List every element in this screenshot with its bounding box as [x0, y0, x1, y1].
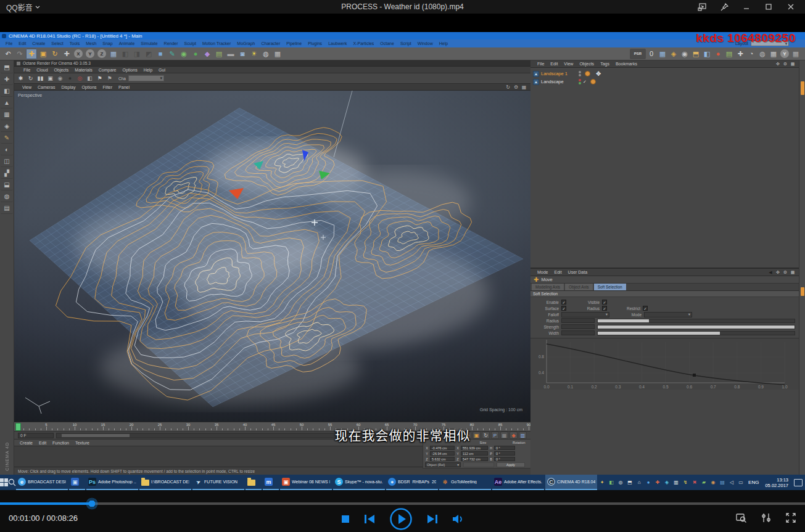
object-manager-menu-file[interactable]: File	[534, 62, 547, 66]
add-pen-icon[interactable]: ✎	[167, 49, 178, 59]
octane-settings-icon[interactable]: ✱	[16, 74, 25, 83]
minimize-button[interactable]	[737, 1, 756, 13]
render-picture-viewer-icon[interactable]: ◨	[131, 49, 142, 59]
menu-pipeline[interactable]: Pipeline	[283, 41, 305, 46]
display-grid-icon[interactable]: ▦	[272, 49, 283, 59]
menu-x-particles[interactable]: X-Particles	[350, 41, 377, 46]
visibility-dots[interactable]	[579, 79, 581, 84]
taskbar-skype[interactable]: SSkype™ - nova-stu...	[333, 475, 385, 490]
mode-polygons-icon[interactable]: ✚	[735, 49, 746, 59]
render-view-icon[interactable]: ◧	[120, 49, 131, 59]
object-name[interactable]: Landscape	[541, 79, 577, 84]
editable-check-icon[interactable]: ✓	[583, 80, 587, 84]
volume-button[interactable]	[452, 514, 464, 524]
tray-network-icon[interactable]: ▤	[719, 479, 726, 486]
menu-help[interactable]: Help	[436, 41, 451, 46]
tray-display-icon[interactable]: ▥	[672, 479, 680, 486]
viewport-menu-options[interactable]: Options	[78, 85, 99, 89]
phong-tag-icon[interactable]	[590, 79, 596, 84]
taskbar-gotomeeting[interactable]: ✻GoToMeeting	[439, 475, 491, 490]
lock-z-axis-icon[interactable]: Z	[97, 49, 106, 58]
snapshot-button[interactable]	[736, 512, 747, 526]
value-box-strength[interactable]	[561, 324, 595, 329]
menu-plugins[interactable]: Plugins	[305, 41, 325, 46]
taskbar-photoshop[interactable]: PsAdobe Photoshop ...	[86, 475, 138, 490]
menu-tools[interactable]: Tools	[67, 41, 83, 46]
octane-lock-icon[interactable]: ●	[65, 74, 75, 83]
pin-button[interactable]	[715, 1, 733, 13]
apply-button[interactable]: Apply	[497, 462, 525, 467]
viewport-menu-filter[interactable]: Filter	[100, 85, 116, 89]
panel-grid-icon[interactable]: ▦	[790, 49, 801, 59]
tool-magnet-icon[interactable]: ◐	[1, 144, 13, 155]
mode-points-icon[interactable]: ●	[712, 49, 724, 59]
object-manager-menu-view[interactable]: View	[561, 62, 576, 66]
snap-icon[interactable]: ◈	[668, 49, 679, 59]
tray-dropbox-icon[interactable]: ●	[645, 479, 652, 486]
menu-render[interactable]: Render	[161, 41, 181, 46]
previous-button[interactable]	[363, 514, 376, 524]
mode-workplane-icon[interactable]: ◍	[757, 49, 768, 59]
taskbar-cinema4d[interactable]: CCINEMA 4D R18.04...	[545, 475, 597, 490]
tool-convert-icon[interactable]: ⬒	[1, 62, 13, 73]
octane-region-icon[interactable]: ▣	[46, 74, 55, 83]
object-row-landscape-1[interactable]: ▲Landscape 1✥	[530, 70, 799, 78]
coordinate-value[interactable]: 551.939 cm	[461, 446, 488, 450]
tray-antivirus-icon[interactable]: ✖	[691, 479, 698, 486]
start-button[interactable]	[0, 475, 8, 490]
object-manager-menu-edit[interactable]: Edit	[547, 62, 561, 66]
viewport-menu-display[interactable]: Display	[58, 85, 78, 89]
notification-center-icon[interactable]	[794, 479, 803, 486]
octane-camera-icon[interactable]: ◎	[75, 74, 85, 83]
lock-y-axis-icon[interactable]: Y	[86, 49, 94, 58]
value-box-radius[interactable]	[561, 318, 595, 323]
attribute-manager-menu-edit[interactable]: Edit	[551, 270, 565, 274]
tray-green-bar-icon[interactable]: ▰	[700, 479, 708, 486]
tray-usb-icon[interactable]: ⬒	[626, 479, 634, 486]
phong-tag-icon[interactable]	[585, 71, 590, 76]
tab-object-axis[interactable]: Object Axis	[565, 284, 593, 290]
right-edge-scroll-strip[interactable]	[799, 60, 805, 475]
coordinate-value[interactable]: 547.732 cm	[461, 457, 488, 461]
vp-maximize-icon[interactable]: ▦	[520, 84, 528, 90]
psr-zero-icon[interactable]: 0	[646, 49, 657, 59]
om-panel-icon[interactable]: ▦	[789, 61, 796, 67]
tool-mirror-icon[interactable]: ◫	[1, 155, 13, 167]
add-cube-icon[interactable]: ■	[155, 49, 166, 59]
undo-icon[interactable]: ↶	[2, 49, 14, 59]
tray-green-card-icon[interactable]: ◧	[608, 479, 615, 486]
tray-power-icon[interactable]: ↯	[682, 479, 689, 486]
octane-menu-file[interactable]: File	[20, 68, 33, 72]
menu-create[interactable]: Create	[29, 41, 48, 46]
checkbox-visible[interactable]: ✓	[602, 300, 607, 305]
settings-sliders-button[interactable]	[761, 512, 772, 526]
next-button[interactable]	[426, 514, 439, 524]
tool-texture-icon[interactable]: ▦	[1, 108, 13, 120]
player-app-menu[interactable]: QQ影音	[0, 2, 136, 12]
dropdown-mode[interactable]: ▾	[644, 312, 692, 317]
tool-texture-axis-icon[interactable]: ◈	[1, 120, 13, 132]
menu-mesh[interactable]: Mesh	[83, 41, 99, 46]
fullscreen-button[interactable]	[785, 512, 796, 526]
coord-psr-icon[interactable]: PSR	[630, 49, 646, 59]
checkbox-radius[interactable]: ✓	[602, 306, 607, 311]
mini-mode-button[interactable]	[693, 1, 711, 13]
octane-menu-gui[interactable]: Gui	[155, 68, 168, 72]
workplane-icon[interactable]: ▦	[657, 49, 668, 59]
tab-soft-selection[interactable]: Soft Selection	[594, 284, 626, 290]
falloff-curve-graph[interactable]: 0.00.10.20.30.40.50.60.70.80.91.00.80.4	[530, 338, 799, 390]
tray-update-icon[interactable]: ✚	[654, 479, 661, 486]
render-settings-icon[interactable]: ◩	[143, 49, 154, 59]
coordinate-value[interactable]: -26.94 cm	[430, 451, 455, 456]
menu-simulate[interactable]: Simulate	[138, 41, 160, 46]
menu-mograph[interactable]: MoGraph	[234, 41, 258, 46]
taskbar-clock[interactable]: 13:13 05.02.2017	[765, 477, 788, 488]
lock-x-axis-icon[interactable]: X	[74, 49, 83, 58]
menu-sculpt[interactable]: Sculpt	[181, 41, 199, 46]
tray-gold-star-icon[interactable]: ✦	[598, 479, 606, 486]
object-manager-menu-tags[interactable]: Tags	[597, 62, 613, 66]
tray-home-icon[interactable]: ⌂	[635, 479, 643, 486]
menu-octane[interactable]: Octane	[377, 41, 397, 46]
tool-points-icon[interactable]: ✚	[1, 73, 13, 85]
stop-button[interactable]	[341, 515, 350, 523]
